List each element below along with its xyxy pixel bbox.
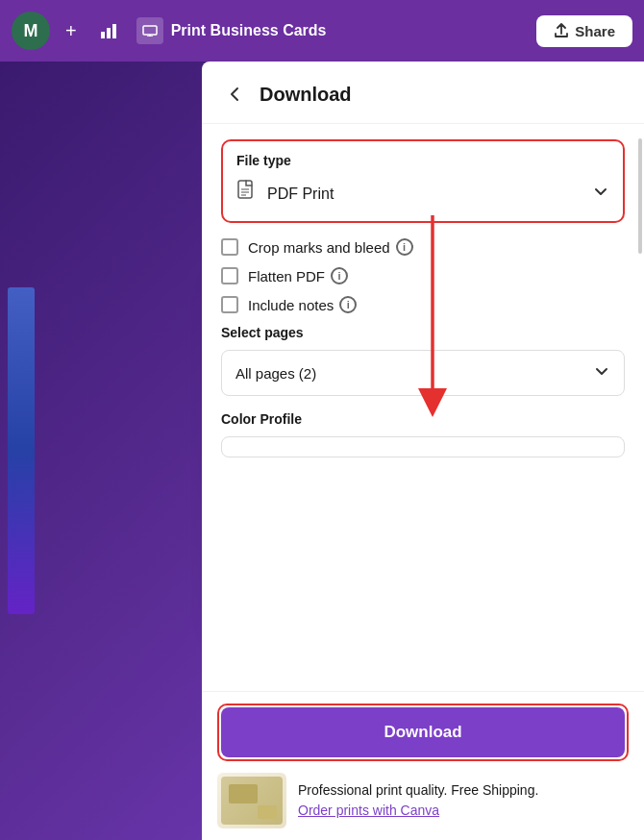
dropdown-left: PDF Print: [236, 180, 334, 208]
svg-rect-3: [143, 26, 157, 35]
checkbox-notes[interactable]: [221, 296, 238, 313]
checkbox-crop-label: Crop marks and bleed i: [248, 238, 413, 256]
panel-footer: Download Professional print quality. Fre…: [202, 691, 644, 840]
checkbox-flatten-row: Flatten PDF i: [221, 267, 625, 284]
doc-title: Print Business Cards: [171, 22, 327, 39]
pages-value: All pages (2): [235, 365, 316, 382]
back-button[interactable]: [221, 81, 248, 108]
pdf-icon: [236, 180, 258, 208]
checkbox-crop-row: Crop marks and bleed i: [221, 238, 625, 256]
toolbar: M + Print Business Cards Share: [0, 0, 644, 62]
scroll-indicator[interactable]: [638, 138, 642, 254]
download-btn-wrapper: Download: [217, 704, 629, 761]
checkbox-notes-row: Include notes i: [221, 296, 625, 313]
checkbox-flatten-label: Flatten PDF i: [248, 267, 348, 284]
select-pages-label: Select pages: [221, 325, 625, 340]
color-profile-label: Color Profile: [221, 411, 625, 427]
checkbox-notes-label: Include notes i: [248, 296, 357, 313]
pages-chevron-icon: [593, 362, 610, 383]
panel-title: Download: [260, 84, 352, 106]
file-type-label: File type: [236, 153, 609, 168]
file-type-dropdown[interactable]: PDF Print: [236, 178, 609, 210]
flatten-info-icon[interactable]: i: [331, 267, 348, 284]
checkbox-flatten[interactable]: [221, 267, 238, 284]
pages-dropdown[interactable]: All pages (2): [221, 350, 625, 396]
presentation-icon: [136, 17, 163, 44]
panel-content: File type PDF Print: [202, 124, 644, 691]
select-pages-section: Select pages All pages (2): [221, 325, 625, 396]
promo-text-area: Professional print quality. Free Shippin…: [298, 782, 629, 819]
file-type-section: File type PDF Print: [221, 139, 625, 223]
chart-button[interactable]: [92, 16, 129, 45]
file-type-value: PDF Print: [267, 185, 334, 203]
avatar-letter: M: [24, 21, 38, 41]
notes-info-icon[interactable]: i: [339, 296, 357, 313]
checkbox-crop[interactable]: [221, 238, 238, 256]
crop-info-icon[interactable]: i: [396, 238, 413, 256]
svg-rect-1: [107, 28, 111, 38]
share-button[interactable]: Share: [536, 15, 632, 47]
avatar[interactable]: M: [12, 12, 50, 50]
main-area: Download File type: [0, 62, 644, 840]
promo-thumb-inner: [221, 777, 283, 825]
share-label: Share: [575, 23, 615, 39]
panel-header: Download: [202, 62, 644, 124]
add-button[interactable]: +: [58, 14, 85, 48]
promo-title: Professional print quality. Free Shippin…: [298, 782, 629, 798]
promo-link[interactable]: Order prints with Canva: [298, 803, 439, 818]
color-profile-section: Color Profile: [221, 411, 625, 457]
print-promo: Professional print quality. Free Shippin…: [217, 773, 629, 828]
download-button[interactable]: Download: [221, 707, 625, 757]
promo-thumbnail: [217, 773, 286, 828]
svg-rect-0: [101, 32, 105, 38]
download-panel: Download File type: [202, 62, 644, 840]
svg-rect-2: [112, 24, 116, 38]
color-profile-box[interactable]: [221, 436, 625, 457]
chevron-down-icon: [592, 183, 609, 205]
doc-title-area: Print Business Cards: [136, 17, 327, 44]
